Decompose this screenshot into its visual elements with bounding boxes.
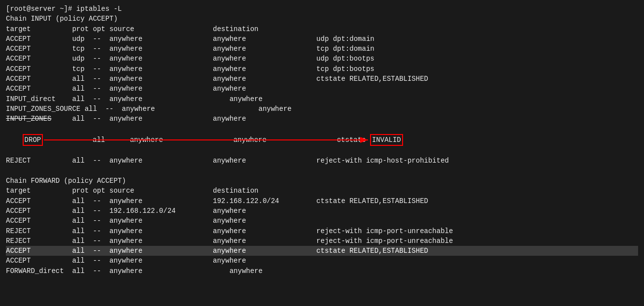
- table-row: INPUT_ZONES_SOURCE all -- anywhere anywh…: [6, 104, 638, 114]
- table-row: ACCEPT all -- anywhere anywhere: [6, 84, 638, 94]
- table-row: ACCEPT tcp -- anywhere anywhere tcp dpt:…: [6, 44, 638, 54]
- table-row: ACCEPT all -- anywhere 192.168.122.0/24 …: [6, 196, 638, 206]
- table-row: REJECT all -- anywhere anywhere reject-w…: [6, 226, 638, 236]
- table-row-selected: ACCEPT all -- anywhere anywhere ctstate …: [6, 246, 638, 256]
- table-row: ACCEPT udp -- anywhere anywhere udp dpt:…: [6, 34, 638, 44]
- table-row: ACCEPT udp -- anywhere anywhere udp dpt:…: [6, 54, 638, 64]
- prompt-line: [root@server ~]# iptables -L: [6, 4, 638, 14]
- drop-target-box: DROP: [23, 134, 43, 146]
- table-row-input-zones: INPUT_ZONES all -- anywhere anywhere: [6, 114, 638, 124]
- table-row: ACCEPT all -- anywhere anywhere: [6, 216, 638, 226]
- table-row: ACCEPT all -- anywhere anywhere ctstate …: [6, 74, 638, 84]
- terminal: [root@server ~]# iptables -L Chain INPUT…: [6, 4, 638, 276]
- table-row: REJECT all -- anywhere anywhere reject-w…: [6, 236, 638, 246]
- table-row: ACCEPT tcp -- anywhere anywhere tcp dpt:…: [6, 64, 638, 74]
- input-columns: target prot opt source destination: [6, 24, 638, 34]
- table-row: ACCEPT all -- anywhere anywhere: [6, 256, 638, 266]
- table-row: FORWARD_direct all -- anywhere anywhere: [6, 266, 638, 276]
- table-row: INPUT_direct all -- anywhere anywhere: [6, 94, 638, 104]
- chain-forward-header: Chain FORWARD (policy ACCEPT): [6, 176, 638, 186]
- chain-input-header: Chain INPUT (policy ACCEPT): [6, 14, 638, 24]
- table-row: ACCEPT all -- 192.168.122.0/24 anywhere: [6, 206, 638, 216]
- blank-line: [6, 166, 638, 176]
- table-row-drop: DROP all -- anywhere anywhere ctstate IN…: [6, 124, 638, 156]
- invalid-box: INVALID: [370, 134, 403, 146]
- forward-columns: target prot opt source destination: [6, 186, 638, 196]
- table-row: REJECT all -- anywhere anywhere reject-w…: [6, 156, 638, 166]
